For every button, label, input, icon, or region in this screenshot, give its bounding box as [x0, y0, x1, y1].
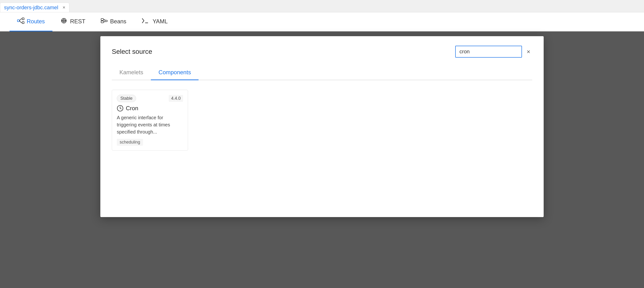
routes-icon	[17, 18, 24, 25]
modal-title: Select source	[112, 48, 152, 55]
card-badges: Stable 4.4.0	[117, 95, 183, 102]
nav-tab-beans-label: Beans	[110, 18, 126, 25]
browser-tab-label: sync-orders-jdbc.camel	[4, 4, 58, 11]
app-navigation: Routes REST Beans	[0, 12, 644, 31]
svg-line-19	[120, 108, 121, 109]
modal-close-button[interactable]: ×	[525, 47, 532, 56]
tab-kamelets[interactable]: Kamelets	[112, 65, 151, 80]
svg-rect-0	[18, 20, 19, 22]
nav-tab-beans[interactable]: Beans	[93, 12, 134, 31]
search-wrapper: ×	[455, 46, 532, 58]
modal-overlay: Select source × Kamelets Components Stab…	[0, 31, 644, 288]
card-title-row: Cron	[117, 105, 183, 112]
card-name: Cron	[126, 105, 138, 112]
svg-line-4	[19, 21, 21, 23]
card-cron[interactable]: Stable 4.4.0 Cron A generic interface fo…	[112, 90, 188, 151]
badge-stable: Stable	[117, 95, 136, 102]
svg-rect-2	[22, 22, 24, 23]
rest-icon	[60, 18, 68, 25]
browser-tab[interactable]: sync-orders-jdbc.camel ×	[0, 2, 69, 12]
select-source-modal: Select source × Kamelets Components Stab…	[100, 36, 544, 217]
card-description: A generic interface for triggering event…	[117, 114, 183, 136]
yaml-icon	[142, 18, 150, 25]
nav-tab-yaml-label: YAML	[152, 18, 168, 25]
nav-tab-rest[interactable]: REST	[52, 12, 93, 31]
svg-rect-11	[101, 21, 104, 23]
modal-header: Select source ×	[112, 46, 532, 58]
tab-components[interactable]: Components	[151, 65, 198, 80]
cards-grid: Stable 4.4.0 Cron A generic interface fo…	[112, 90, 532, 151]
svg-rect-15	[105, 20, 107, 22]
badge-version: 4.4.0	[169, 95, 183, 102]
nav-tab-routes[interactable]: Routes	[10, 12, 52, 31]
svg-line-3	[19, 19, 21, 21]
browser-tab-bar: sync-orders-jdbc.camel ×	[0, 0, 644, 12]
beans-icon	[100, 18, 108, 25]
search-input[interactable]	[455, 46, 522, 58]
nav-tab-yaml[interactable]: YAML	[134, 12, 176, 31]
dialog-tab-row: Kamelets Components	[112, 65, 532, 80]
browser-tab-close[interactable]: ×	[62, 5, 65, 10]
svg-rect-1	[22, 18, 24, 20]
clock-icon	[117, 105, 124, 112]
nav-tab-routes-label: Routes	[27, 18, 45, 25]
svg-rect-10	[101, 18, 104, 20]
nav-tab-rest-label: REST	[70, 18, 85, 25]
card-tag: scheduling	[117, 139, 143, 146]
